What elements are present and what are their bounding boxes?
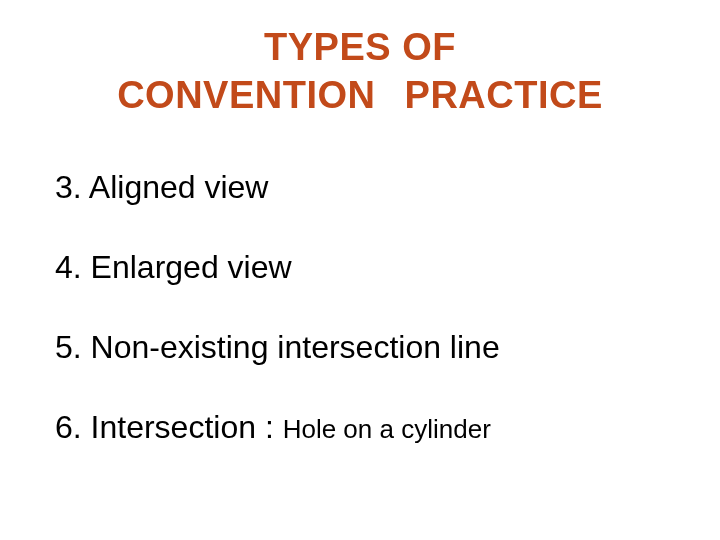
slide: TYPES OF CONVENTION PRACTICE 3. Aligned … (0, 0, 720, 540)
title-line-2: CONVENTION PRACTICE (0, 72, 720, 120)
list-item-4: 4. Enlarged view (55, 248, 292, 286)
list-item-3: 3. Aligned view (55, 168, 268, 206)
list-item-6-sub: Hole on a cylinder (283, 414, 491, 444)
list-item-5: 5. Non-existing intersection line (55, 328, 500, 366)
list-item-6-main: 6. Intersection : (55, 409, 283, 445)
list-item-6: 6. Intersection : Hole on a cylinder (55, 408, 491, 446)
slide-title: TYPES OF CONVENTION PRACTICE (0, 24, 720, 119)
title-line-1: TYPES OF (0, 24, 720, 72)
